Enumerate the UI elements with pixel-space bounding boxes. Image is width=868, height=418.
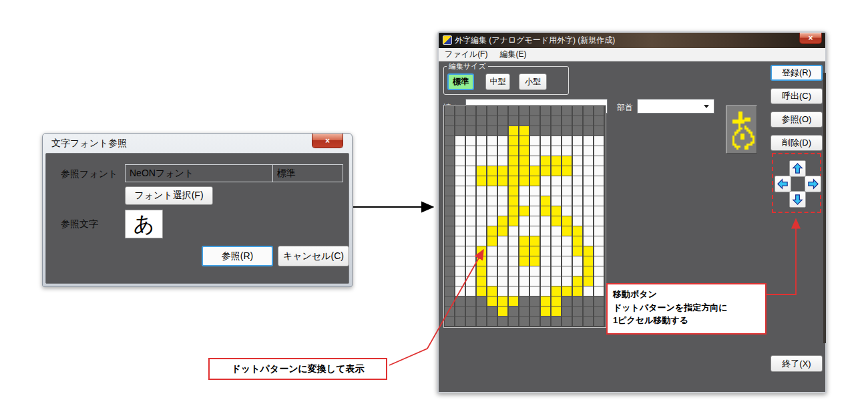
grid-cell[interactable] — [477, 226, 487, 236]
grid-cell[interactable] — [455, 256, 465, 266]
grid-cell[interactable] — [445, 317, 455, 327]
grid-cell[interactable] — [477, 136, 487, 146]
grid-cell[interactable] — [466, 156, 476, 166]
grid-cell[interactable] — [552, 206, 562, 216]
grid-cell[interactable] — [584, 276, 594, 286]
grid-cell[interactable] — [445, 126, 455, 136]
grid-cell[interactable] — [530, 226, 540, 236]
grid-cell[interactable] — [477, 266, 487, 276]
grid-cell[interactable] — [594, 256, 604, 266]
grid-cell[interactable] — [519, 246, 529, 256]
grid-cell[interactable] — [562, 136, 572, 146]
move-down-button[interactable] — [789, 191, 806, 208]
grid-cell[interactable] — [541, 246, 551, 256]
grid-cell[interactable] — [498, 126, 508, 136]
grid-cell[interactable] — [541, 317, 551, 327]
grid-cell[interactable] — [466, 176, 476, 186]
size-standard-button[interactable]: 標準 — [447, 73, 474, 90]
grid-cell[interactable] — [487, 236, 497, 246]
grid-cell[interactable] — [541, 196, 551, 206]
grid-cell[interactable] — [487, 106, 497, 116]
grid-cell[interactable] — [530, 146, 540, 156]
grid-cell[interactable] — [530, 136, 540, 146]
grid-cell[interactable] — [466, 256, 476, 266]
grid-cell[interactable] — [487, 256, 497, 266]
grid-cell[interactable] — [509, 256, 519, 266]
grid-cell[interactable] — [530, 166, 540, 176]
grid-cell[interactable] — [562, 176, 572, 186]
grid-cell[interactable] — [477, 126, 487, 136]
grid-cell[interactable] — [584, 186, 594, 196]
grid-cell[interactable] — [594, 156, 604, 166]
grid-cell[interactable] — [477, 296, 487, 306]
grid-cell[interactable] — [487, 306, 497, 317]
grid-cell[interactable] — [573, 276, 583, 286]
grid-cell[interactable] — [519, 146, 529, 156]
grid-cell[interactable] — [477, 206, 487, 216]
grid-cell[interactable] — [477, 146, 487, 156]
grid-cell[interactable] — [584, 246, 594, 256]
grid-cell[interactable] — [498, 236, 508, 246]
grid-cell[interactable] — [477, 276, 487, 286]
grid-cell[interactable] — [573, 146, 583, 156]
grid-cell[interactable] — [594, 146, 604, 156]
grid-cell[interactable] — [552, 317, 562, 327]
grid-cell[interactable] — [530, 196, 540, 206]
grid-cell[interactable] — [541, 236, 551, 246]
grid-cell[interactable] — [541, 176, 551, 186]
grid-cell[interactable] — [584, 296, 594, 306]
grid-cell[interactable] — [487, 296, 497, 306]
dialog-close-button[interactable]: × — [312, 134, 343, 148]
grid-cell[interactable] — [466, 296, 476, 306]
grid-cell[interactable] — [530, 306, 540, 317]
grid-cell[interactable] — [530, 176, 540, 186]
grid-cell[interactable] — [466, 286, 476, 296]
grid-cell[interactable] — [519, 116, 529, 126]
grid-cell[interactable] — [562, 236, 572, 246]
grid-cell[interactable] — [530, 286, 540, 296]
grid-cell[interactable] — [519, 136, 529, 146]
grid-cell[interactable] — [455, 296, 465, 306]
grid-cell[interactable] — [519, 196, 529, 206]
grid-cell[interactable] — [466, 306, 476, 317]
grid-cell[interactable] — [594, 186, 604, 196]
grid-cell[interactable] — [477, 216, 487, 226]
grid-cell[interactable] — [584, 106, 594, 116]
grid-cell[interactable] — [498, 156, 508, 166]
grid-cell[interactable] — [445, 266, 455, 276]
grid-cell[interactable] — [445, 286, 455, 296]
grid-cell[interactable] — [498, 166, 508, 176]
grid-cell[interactable] — [541, 216, 551, 226]
grid-cell[interactable] — [509, 196, 519, 206]
grid-cell[interactable] — [552, 166, 562, 176]
grid-cell[interactable] — [509, 216, 519, 226]
grid-cell[interactable] — [541, 186, 551, 196]
grid-cell[interactable] — [519, 186, 529, 196]
grid-cell[interactable] — [455, 306, 465, 317]
grid-cell[interactable] — [530, 186, 540, 196]
grid-cell[interactable] — [445, 206, 455, 216]
grid-cell[interactable] — [487, 136, 497, 146]
bushu-combobox[interactable] — [637, 99, 714, 114]
grid-cell[interactable] — [594, 206, 604, 216]
grid-cell[interactable] — [562, 317, 572, 327]
grid-cell[interactable] — [584, 126, 594, 136]
grid-cell[interactable] — [530, 246, 540, 256]
grid-cell[interactable] — [562, 186, 572, 196]
grid-cell[interactable] — [445, 226, 455, 236]
grid-cell[interactable] — [573, 186, 583, 196]
grid-cell[interactable] — [445, 276, 455, 286]
grid-cell[interactable] — [541, 296, 551, 306]
grid-cell[interactable] — [445, 256, 455, 266]
exit-button[interactable]: 終了(X) — [771, 355, 823, 372]
grid-cell[interactable] — [509, 226, 519, 236]
grid-cell[interactable] — [498, 276, 508, 286]
grid-cell[interactable] — [455, 106, 465, 116]
move-right-button[interactable] — [805, 176, 821, 192]
grid-cell[interactable] — [466, 166, 476, 176]
grid-cell[interactable] — [562, 206, 572, 216]
grid-cell[interactable] — [455, 286, 465, 296]
grid-cell[interactable] — [498, 226, 508, 236]
grid-cell[interactable] — [498, 286, 508, 296]
grid-cell[interactable] — [498, 176, 508, 186]
